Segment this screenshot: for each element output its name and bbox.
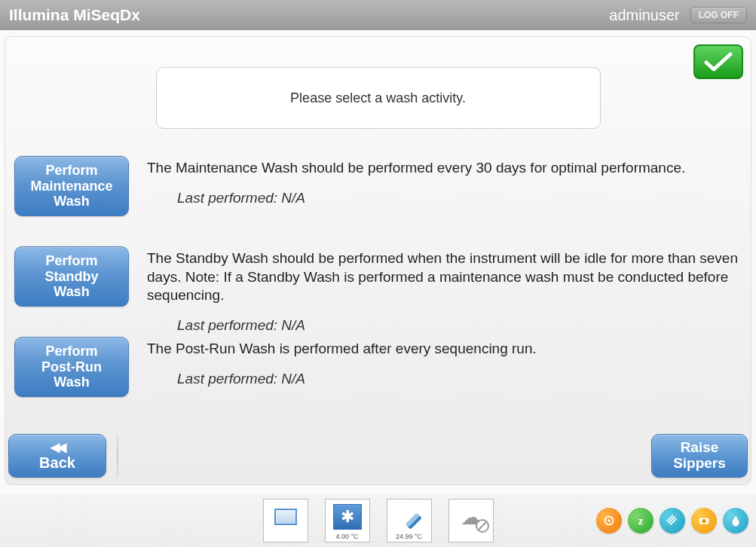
back-label: Back [39,455,75,470]
svg-point-5 [702,519,705,523]
postrun-wash-row: Perform Post-Run Wash The Post-Run Wash … [14,337,742,397]
postrun-wash-text: The Post-Run Wash is performed after eve… [147,337,742,387]
standby-wash-row: Perform Standby Wash The Standby Wash sh… [14,246,742,334]
maintenance-wash-description: The Maintenance Wash should be performed… [147,159,742,178]
bottom-nav: ◀◀ Back Raise Sippers [8,430,748,481]
button-label: Perform Standby Wash [44,253,98,300]
standby-wash-last-performed: Last performed: N/A [177,317,742,334]
footer-status-tiles: ✱ 4.00 °C 24.99 °C ☁ [263,499,494,542]
raise-sippers-label: Raise Sippers [673,440,726,472]
svg-point-3 [608,519,611,522]
flowcell-icon [274,509,297,525]
sleep-green-icon[interactable]: z [628,508,653,533]
perform-maintenance-wash-button[interactable]: Perform Maintenance Wash [14,156,129,216]
checkmark-icon [703,50,733,73]
maintenance-wash-row: Perform Maintenance Wash The Maintenance… [14,156,742,216]
main-panel: Please select a wash activity. Perform M… [5,36,751,485]
raise-sippers-button[interactable]: Raise Sippers [651,434,748,478]
gear-orange-icon[interactable] [596,508,622,533]
logoff-button[interactable]: LOG OFF [690,7,747,23]
thermometer-icon [393,503,426,531]
footer-bar: ✱ 4.00 °C 24.99 °C ☁ z [0,494,756,547]
cloud-status-tile[interactable]: ☁ [448,499,494,542]
cloud-disabled-icon: ☁ [455,503,488,531]
prompt-message: Please select a wash activity. [156,67,601,129]
droplet-blue-icon[interactable] [723,508,748,533]
flowcell-status-tile[interactable] [263,499,308,542]
button-label: Perform Post-Run Wash [41,344,102,390]
standby-wash-text: The Standby Wash should be performed whe… [147,246,742,334]
chiller-status-tile[interactable]: ✱ 4.00 °C [325,499,370,542]
maintenance-wash-last-performed: Last performed: N/A [177,190,742,206]
app-title: Illumina MiSeqDx [9,6,609,24]
chiller-temp-label: 4.00 °C [335,533,358,540]
status-ok-badge [693,44,743,79]
nav-divider [117,434,118,478]
app-header: Illumina MiSeqDx adminuser LOG OFF [0,0,756,30]
footer-quick-icons: z [596,508,748,533]
stripe-teal-icon[interactable] [660,508,685,533]
postrun-wash-last-performed: Last performed: N/A [177,371,742,387]
back-arrows-icon: ◀◀ [51,442,64,454]
back-button[interactable]: ◀◀ Back [8,434,106,478]
maintenance-wash-text: The Maintenance Wash should be performed… [147,156,742,206]
perform-postrun-wash-button[interactable]: Perform Post-Run Wash [14,337,129,397]
camera-orange-icon[interactable] [691,508,717,533]
standby-wash-description: The Standby Wash should be performed whe… [147,249,742,305]
flowcell-temp-label: 24.99 °C [396,533,422,540]
snowflake-icon: ✱ [333,504,362,530]
button-label: Perform Maintenance Wash [30,163,112,209]
perform-standby-wash-button[interactable]: Perform Standby Wash [14,246,129,307]
current-user: adminuser [609,7,679,24]
postrun-wash-description: The Post-Run Wash is performed after eve… [147,340,742,359]
thermometer-status-tile[interactable]: 24.99 °C [387,499,432,542]
